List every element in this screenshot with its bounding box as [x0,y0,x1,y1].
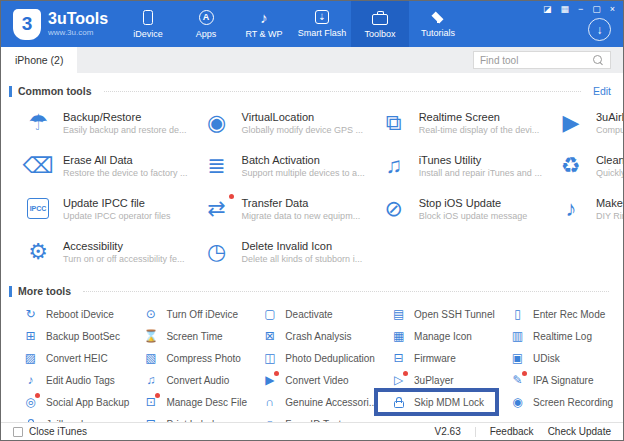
tool-make-ringtone[interactable]: ♪Make RingtoneDIY Ringtones [542,187,624,230]
theme-skin-icon[interactable]: ◪ [543,4,552,14]
nav-apps[interactable]: AApps [177,1,235,47]
tool-convert-heic[interactable]: ▨Convert HEIC [9,347,129,369]
tool-text: Transfer DataMigrate data to new equipm.… [242,197,361,221]
manage-icon-grid-icon: ▦ [393,329,404,343]
tool-ipa-signature[interactable]: ✎IPA Signature [496,369,615,391]
tool-description: Easily backup and restore de... [63,125,187,135]
tool-backup-restore[interactable]: ☂Backup/RestoreEasily backup and restore… [9,101,188,144]
tool-delete-invalid-icon[interactable]: ◷Delete Invalid IconDelete all kinds of … [188,230,365,273]
maximize-icon[interactable]: ▢ [592,4,601,14]
convert-audio-icon: ♫ [146,373,155,387]
tool-batch-activation[interactable]: ≣Batch ActivationSupport multiple device… [188,144,365,187]
search-input[interactable] [480,55,593,66]
tool-label: Reboot iDevice [46,309,114,320]
tool-compress-photo[interactable]: ▧Compress Photo [129,347,248,369]
notification-dot [274,371,279,376]
download-button[interactable]: ↓ [588,18,611,41]
edit-audio-tags-icon-wrap: ♪ [23,373,38,387]
tool-deactivate[interactable]: ▢Deactivate [248,303,377,325]
media-player-icon: ▷ [394,373,403,387]
tool-enter-rec-mode[interactable]: ▯Enter Rec Mode [496,303,615,325]
tool-genuine-accessori[interactable]: ∩Genuine Accessori... [248,391,377,413]
tool-crash-analysis[interactable]: ⊠Crash Analysis [248,325,377,347]
tool-turn-off-idevice[interactable]: ⊙Turn Off iDevice [129,303,248,325]
edit-link[interactable]: Edit [593,85,611,97]
itunes-music-icon: ♫ [385,153,402,179]
nav-smart-flash[interactable]: ⇣Smart Flash [293,1,351,47]
close-icon[interactable]: × [610,4,615,14]
nav-toolbox[interactable]: Toolbox [351,1,409,47]
tool-social-app-backup[interactable]: ◎Social App Backup [9,391,129,413]
tool-open-ssh-tunnel[interactable]: ▤Open SSH Tunnel [377,303,496,325]
tool-transfer-data[interactable]: ⇄Transfer DataMigrate data to new equipm… [188,187,365,230]
manage-desc-file-icon-wrap: ⊡ [143,395,158,409]
main-nav: iDeviceAApps♪RT & WP⇣Smart FlashToolboxT… [119,1,467,47]
compress-photo-icon: ▧ [145,351,156,365]
toolbox-icon [372,14,388,25]
location-pin-icon-wrap: ◉ [202,110,232,136]
tool-title: Stop iOS Update [419,197,528,209]
tool-title: Update IPCC file [63,197,171,209]
tool-realtime-log[interactable]: ▥Realtime Log [496,325,615,347]
close-itunes-checkbox[interactable] [13,427,23,437]
main-menu-icon[interactable]: ▦ [560,4,569,14]
tool-screen-recording[interactable]: ◉Screen Recording [496,391,615,413]
tool-stop-ios-update[interactable]: ⊘Stop iOS UpdateBlock iOS update message [365,187,542,230]
tool-erase-all-data[interactable]: ⌫Erase All DataRestore the device to fac… [9,144,188,187]
close-itunes-option[interactable]: Close iTunes [13,426,87,437]
compress-photo-icon-wrap: ▧ [143,351,158,365]
tool-description: Install and repair iTunes and ... [419,168,542,178]
tool-manage-icon[interactable]: ▦Manage Icon [377,325,496,347]
search-icon[interactable] [593,55,604,66]
tool-convert-audio[interactable]: ♫Convert Audio [129,369,248,391]
tutorials-icon [430,10,446,24]
nav-idevice[interactable]: iDevice [119,1,177,47]
status-bar: Close iTunes V2.63 Feedback Check Update [1,422,623,440]
device-tab-bar: iPhone (2) [1,47,623,73]
tool-label: Enter Rec Mode [533,309,605,320]
minimize-icon[interactable]: − [578,4,583,14]
tool-3uplayer[interactable]: ▷3uPlayer [377,369,496,391]
tool-label: Screen Recording [533,397,613,408]
tool-virtuallocation[interactable]: ◉VirtualLocationGlobally modify device G… [188,101,365,144]
tool-udisk[interactable]: ▣UDisk [496,347,615,369]
airplay-play-icon: ▶ [562,110,579,136]
tool-photo-deduplication[interactable]: ◫Photo Deduplication [248,347,377,369]
tool-reboot-idevice[interactable]: ↻Reboot iDevice [9,303,129,325]
tool-edit-audio-tags[interactable]: ♪Edit Audio Tags [9,369,129,391]
tool-search-box [473,51,611,69]
section-accent-bar [9,286,12,297]
tool-manage-desc-file[interactable]: ⊡Manage Desc File [129,391,248,413]
device-tab-iphone[interactable]: iPhone (2) [1,47,77,73]
tool-firmware[interactable]: ⊟Firmware [377,347,496,369]
tool-3uairplayer[interactable]: ▶3uAirPlayerComputer display device scr.… [542,101,624,144]
app-logo[interactable]: 3 3uTools www.3u.com [1,1,119,47]
tool-title: 3uAirPlayer [596,111,624,123]
nav-rt-wp[interactable]: ♪RT & WP [235,1,293,47]
tool-label: Open SSH Tunnel [414,309,495,320]
tool-skip-mdm-lock[interactable]: Skip MDM Lock [377,391,496,413]
tool-realtime-screen[interactable]: ⧉Realtime ScreenReal-time display of the… [365,101,542,144]
tool-label: Realtime Log [533,331,592,342]
tool-backup-bootsec[interactable]: ⊞Backup BootSec [9,325,129,347]
tool-update-ipcc-file[interactable]: IPCCUpdate IPCC fileUpdate IPCC operator… [9,187,188,230]
power-off-icon: ⊙ [146,307,156,321]
tool-text: Clean GarbageQuickly clean up device jun… [596,154,624,178]
toggles-icon: ⚙ [28,239,48,265]
umbrella-icon: ☂ [28,110,48,136]
check-update-link[interactable]: Check Update [548,426,611,437]
feedback-link[interactable]: Feedback [490,426,534,437]
nav-tutorials[interactable]: Tutorials [409,1,467,47]
smart-flash-icon: ⇣ [315,10,329,24]
tool-itunes-utility[interactable]: ♫iTunes UtilityInstall and repair iTunes… [365,144,542,187]
tool-clean-garbage[interactable]: ♻Clean GarbageQuickly clean up device ju… [542,144,624,187]
crash-analysis-icon-wrap: ⊠ [262,329,277,343]
tool-label: Compress Photo [166,353,240,364]
convert-audio-icon-wrap: ♫ [143,373,158,387]
tool-convert-video[interactable]: ▶Convert Video [248,369,377,391]
stop-update-icon: ⊘ [384,196,402,222]
tool-screen-time[interactable]: ⌛Screen Time [129,325,248,347]
tool-accessibility[interactable]: ⚙AccessibilityTurn on or off accessibili… [9,230,188,273]
tool-text: Realtime ScreenReal-time display of the … [419,111,540,135]
iphone-icon [143,10,153,25]
